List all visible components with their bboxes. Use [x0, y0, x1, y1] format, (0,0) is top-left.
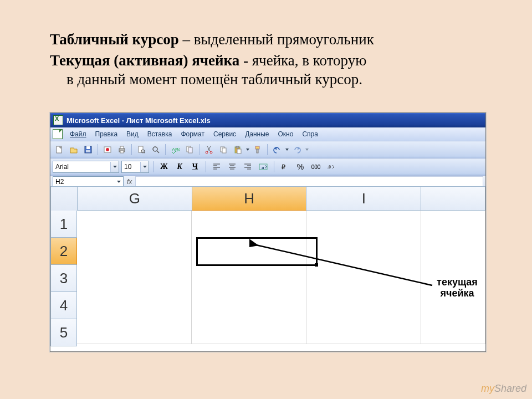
svg-rect-2 — [86, 146, 90, 149]
select-all-corner[interactable] — [50, 186, 78, 212]
row-headers: 1 2 3 4 5 — [50, 211, 77, 346]
worksheet-grid[interactable]: G H I 1 2 3 4 5 — [50, 186, 485, 351]
increase-decimal-icon[interactable]: .0 — [325, 160, 338, 173]
undo-dropdown[interactable] — [285, 144, 289, 156]
format-painter-icon[interactable] — [251, 143, 264, 156]
menu-format[interactable]: Формат — [177, 129, 208, 139]
redo-icon[interactable] — [290, 143, 304, 156]
cell[interactable] — [77, 211, 192, 238]
menu-insert[interactable]: Вставка — [144, 129, 176, 139]
save-icon[interactable] — [81, 143, 95, 156]
cell[interactable] — [192, 211, 306, 238]
cell[interactable] — [77, 317, 192, 344]
row-header-2[interactable]: 2 — [50, 238, 77, 265]
align-left-icon[interactable] — [210, 160, 223, 173]
svg-text:a: a — [262, 165, 264, 170]
svg-point-18 — [210, 151, 212, 154]
column-headers: G H I — [77, 186, 485, 211]
align-right-icon[interactable] — [241, 160, 254, 173]
open-icon[interactable] — [67, 143, 80, 156]
cell[interactable] — [192, 237, 306, 264]
cell[interactable] — [77, 264, 192, 291]
merge-center-icon[interactable]: a — [257, 160, 270, 173]
cell[interactable] — [421, 317, 485, 344]
cell[interactable] — [306, 317, 421, 344]
cell[interactable] — [421, 237, 485, 264]
cell[interactable] — [77, 290, 192, 318]
separator — [274, 161, 274, 172]
search-icon[interactable] — [149, 143, 162, 156]
cut-icon[interactable] — [202, 143, 216, 156]
spelling-icon[interactable]: ABC — [168, 143, 182, 156]
undo-icon[interactable] — [270, 143, 284, 156]
bold-button[interactable]: Ж — [157, 160, 171, 173]
col-header-h[interactable]: H — [192, 186, 307, 211]
menu-edit[interactable]: Правка — [91, 129, 122, 139]
font-size-combo[interactable]: 10 — [121, 161, 149, 173]
chevron-down-icon — [117, 181, 121, 183]
svg-rect-7 — [120, 146, 124, 149]
separator — [131, 144, 132, 155]
paste-dropdown[interactable] — [245, 144, 250, 156]
percent-button[interactable]: % — [294, 160, 307, 173]
copy-icon[interactable] — [217, 143, 230, 156]
annotation-label-l1: текущая — [427, 277, 488, 288]
menu-window[interactable]: Окно — [274, 129, 297, 139]
cells-area[interactable] — [77, 211, 485, 351]
svg-rect-9 — [139, 146, 143, 152]
menu-tools[interactable]: Сервис — [209, 129, 240, 139]
col-header-next[interactable] — [421, 186, 485, 211]
cell[interactable] — [306, 237, 421, 264]
underline-button[interactable]: Ч — [188, 160, 202, 173]
separator — [267, 144, 268, 155]
watermark-shared: Shared — [494, 383, 526, 394]
excel-app-icon — [53, 115, 63, 125]
permission-icon[interactable] — [101, 143, 114, 156]
row-header-3[interactable]: 3 — [50, 265, 77, 292]
font-name-value: Arial — [55, 163, 69, 171]
print-preview-icon[interactable] — [135, 143, 148, 156]
research-icon[interactable] — [183, 143, 196, 156]
row-header-5[interactable]: 5 — [50, 319, 77, 346]
cell[interactable] — [192, 290, 306, 318]
cell[interactable] — [306, 264, 421, 291]
separator — [206, 161, 206, 172]
def-active-cell-1: - ячейка, в которую — [239, 52, 366, 69]
cell[interactable] — [306, 211, 421, 238]
currency-icon[interactable]: ₽ — [278, 160, 291, 173]
print-icon[interactable] — [115, 143, 129, 156]
cell[interactable] — [192, 317, 306, 344]
window-title: Microsoft Excel - Лист Microsoft Excel.x… — [66, 116, 211, 125]
row-header-4[interactable]: 4 — [50, 292, 77, 319]
col-header-g[interactable]: G — [77, 186, 192, 211]
chevron-down-icon — [140, 162, 149, 172]
name-box[interactable]: H2 — [53, 176, 124, 187]
menu-file[interactable]: Файл — [66, 129, 90, 139]
svg-rect-24 — [255, 146, 259, 149]
formula-bar[interactable] — [135, 176, 483, 187]
document-icon — [53, 129, 63, 139]
cell[interactable] — [77, 237, 192, 264]
cell[interactable] — [421, 211, 485, 238]
separator — [153, 161, 154, 172]
paste-icon[interactable] — [231, 143, 244, 156]
menu-data[interactable]: Данные — [241, 129, 273, 139]
cell[interactable] — [192, 264, 306, 291]
menu-view[interactable]: Вид — [122, 129, 142, 139]
font-name-combo[interactable]: Arial — [53, 161, 119, 173]
align-center-icon[interactable] — [226, 160, 239, 173]
svg-point-17 — [206, 151, 208, 154]
new-icon[interactable] — [53, 143, 66, 156]
row-header-1[interactable]: 1 — [50, 211, 77, 238]
svg-rect-8 — [120, 151, 124, 153]
menu-help[interactable]: Спра — [298, 129, 322, 139]
redo-dropdown[interactable] — [305, 144, 309, 156]
col-header-i[interactable]: I — [306, 186, 421, 211]
name-box-value: H2 — [55, 178, 64, 186]
cell[interactable] — [306, 290, 421, 318]
comma-style-button[interactable]: 000 — [309, 160, 323, 173]
term-active-cell: Текущая (активная) ячейка — [50, 52, 239, 69]
italic-button[interactable]: К — [173, 160, 186, 173]
chevron-down-icon — [110, 162, 119, 172]
fx-label[interactable]: fx — [127, 178, 132, 186]
